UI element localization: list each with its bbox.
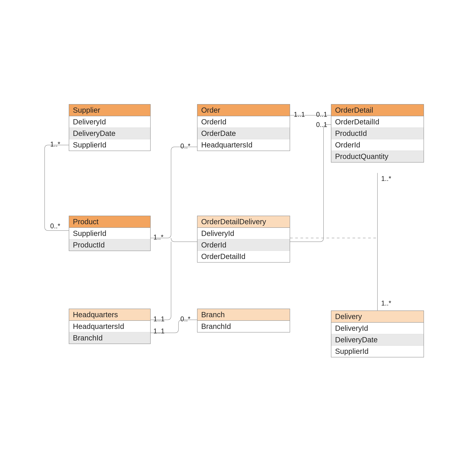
entity-title: OrderDetailDelivery: [197, 216, 290, 228]
entity-title: Branch: [197, 309, 290, 321]
entity-attr: ProductQuantity: [331, 151, 424, 162]
cardinality-label: 1..*: [381, 175, 391, 183]
cardinality-label: 1..1: [153, 315, 165, 323]
entity-supplier: Supplier DeliveryId DeliveryDate Supplie…: [69, 104, 151, 151]
entity-headquarters: Headquarters HeadquartersId BranchId: [69, 309, 151, 344]
entity-attr: OrderDetailId: [197, 251, 290, 262]
entity-attr: DeliveryId: [69, 116, 150, 128]
entity-attr: ProductId: [331, 128, 424, 139]
entity-title: Supplier: [69, 104, 150, 116]
entity-delivery: Delivery DeliveryId DeliveryDate Supplie…: [331, 310, 424, 357]
entity-attr: HeadquartersId: [197, 139, 290, 151]
entity-attr: SupplierId: [69, 139, 150, 151]
cardinality-label: 1..1: [153, 327, 165, 335]
entity-attr: OrderId: [197, 239, 290, 251]
cardinality-label: 0..1: [316, 121, 327, 129]
entity-product: Product SupplierId ProductId: [69, 216, 151, 251]
entity-title: Order: [197, 104, 290, 116]
entity-attr: OrderDetailId: [331, 116, 424, 128]
entity-attr: HeadquartersId: [69, 321, 150, 332]
entity-attr: SupplierId: [331, 346, 424, 357]
entity-attr: DeliveryId: [197, 228, 290, 239]
cardinality-label: 1..*: [50, 140, 60, 148]
entity-attr: BranchId: [69, 332, 150, 344]
entity-attr: DeliveryDate: [69, 128, 150, 139]
entity-attr: DeliveryId: [331, 323, 424, 334]
entity-title: Headquarters: [69, 309, 150, 321]
cardinality-label: 0..1: [316, 111, 327, 119]
cardinality-label: 1..1: [294, 111, 305, 119]
cardinality-label: 0..*: [180, 142, 190, 150]
diagram-canvas: Supplier DeliveryId DeliveryDate Supplie…: [0, 0, 476, 476]
entity-attr: DeliveryDate: [331, 334, 424, 346]
entity-title: Delivery: [331, 311, 424, 323]
entity-order: Order OrderId OrderDate HeadquartersId: [197, 104, 290, 151]
entity-orderdetaildelivery: OrderDetailDelivery DeliveryId OrderId O…: [197, 216, 290, 263]
cardinality-label: 0..*: [180, 315, 190, 323]
entity-attr: ProductId: [69, 239, 150, 251]
entity-orderdetail: OrderDetail OrderDetailId ProductId Orde…: [331, 104, 424, 163]
entity-title: OrderDetail: [331, 104, 424, 116]
entity-attr: SupplierId: [69, 228, 150, 239]
entity-attr: OrderDate: [197, 128, 290, 139]
cardinality-label: 1..*: [153, 233, 163, 241]
entity-attr: OrderId: [331, 139, 424, 151]
cardinality-label: 1..*: [381, 299, 391, 307]
entity-attr: OrderId: [197, 116, 290, 128]
cardinality-label: 0..*: [50, 222, 60, 230]
entity-title: Product: [69, 216, 150, 228]
entity-branch: Branch BranchId: [197, 309, 290, 332]
entity-attr: BranchId: [197, 321, 290, 332]
